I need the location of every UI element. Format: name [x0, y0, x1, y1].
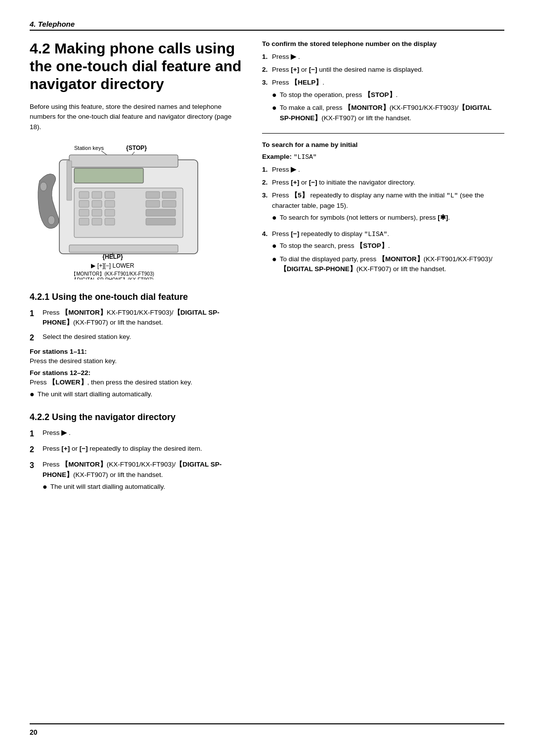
svg-rect-29: [69, 245, 178, 252]
search-step-3-text: Press 【5】 repeatedly to display any name…: [272, 190, 504, 226]
step-422-3: 3 Press 【MONITOR】(KX-FT901/KX-FT903)/【DI…: [30, 460, 242, 493]
search-step-4-num: 4.: [262, 229, 269, 278]
search-bullet-stop: ● To stop the search, press 【STOP】.: [272, 241, 504, 251]
step-422-num-3: 3: [30, 460, 39, 493]
svg-rect-19: [105, 218, 115, 225]
for-stations-1-11-text: Press the desired station key.: [30, 356, 242, 366]
fax-svg: Station keys {STOP}: [30, 141, 227, 280]
step-422-3-bullets: ● The unit will start dialling automatic…: [43, 482, 242, 492]
example-value: "LISA": [294, 153, 317, 161]
for-stations-1-11-label: For stations 1–11:: [30, 348, 242, 355]
step-421-1: 1 Press 【MONITOR】KX-FT901/KX-FT903)/【DIG…: [30, 308, 242, 328]
search-heading-text: To search for a name by initial: [262, 141, 357, 148]
svg-rect-5: [69, 155, 178, 167]
svg-rect-15: [92, 209, 102, 216]
search-step-3-num: 3.: [262, 190, 269, 226]
confirm-step-3-bullets: ● To stop the operation, press 【STOP】. ●…: [272, 90, 504, 123]
svg-rect-9: [92, 191, 102, 198]
step-content-1: Press 【MONITOR】KX-FT901/KX-FT903)/【DIGIT…: [43, 308, 242, 328]
search-step-1-num: 1.: [262, 165, 269, 175]
confirm-step-2-text: Press [+] or [−] until the desired name …: [272, 65, 423, 75]
right-column: To confirm the stored telephone number o…: [262, 40, 504, 497]
svg-rect-12: [92, 200, 102, 207]
svg-rect-26: [67, 161, 72, 200]
svg-rect-24: [146, 209, 176, 216]
svg-text:【MONITOR】(KX-FT901/KX-FT903): 【MONITOR】(KX-FT901/KX-FT903): [71, 271, 154, 277]
bullet-dot: ●: [30, 389, 35, 400]
svg-rect-6: [74, 168, 143, 183]
chapter-title: 4.2 Making phone calls using the one-tou…: [30, 40, 242, 93]
for-stations-12-22-text: Press 【LOWER】, then press the desired st…: [30, 378, 242, 387]
bullet-421-auto-dial: ● The unit will start dialling automatic…: [30, 389, 242, 400]
svg-text:Station keys: Station keys: [74, 145, 104, 151]
step-422-num-1: 1: [30, 428, 39, 440]
fax-illustration: Station keys {STOP}: [30, 141, 227, 280]
confirm-heading: To confirm the stored telephone number o…: [262, 40, 504, 49]
search-step-3: 3. Press 【5】 repeatedly to display any n…: [262, 190, 504, 226]
svg-rect-8: [79, 191, 89, 198]
example-label: Example:: [262, 153, 294, 160]
bullet-422-3-auto: ● The unit will start dialling automatic…: [43, 482, 242, 492]
step-422-content-3: Press 【MONITOR】(KX-FT901/KX-FT903)/【DIGI…: [43, 460, 242, 493]
left-column: 4.2 Making phone calls using the one-tou…: [30, 40, 242, 497]
search-step-2-num: 2.: [262, 178, 269, 188]
confirm-step-1-text: Press ▶ .: [272, 52, 300, 62]
svg-rect-10: [105, 191, 115, 198]
confirm-steps: 1. Press ▶ . 2. Press [+] or [−] until t…: [262, 52, 504, 126]
bullet-422-3-auto-text: The unit will start dialling automatical…: [50, 482, 165, 492]
confirm-bullet-call-text: To make a call, press 【MONITOR】(KX-FT901…: [280, 103, 504, 123]
search-bullet-symbols-text: To search for symbols (not letters or nu…: [280, 213, 450, 223]
mid-rule: [262, 133, 504, 134]
bullet-dot-422: ●: [43, 482, 47, 492]
svg-text:【DIGITAL SP-PHONE】(KX-FT907): 【DIGITAL SP-PHONE】(KX-FT907): [72, 277, 153, 280]
confirm-bullet-dot-2: ●: [272, 103, 277, 123]
svg-point-28: [48, 216, 55, 225]
confirm-step-1: 1. Press ▶ .: [262, 52, 504, 62]
svg-text:{STOP}: {STOP}: [126, 144, 147, 151]
confirm-bullet-dot-1: ●: [272, 90, 277, 100]
search-step-4-bullets: ● To stop the search, press 【STOP】. ● To…: [272, 241, 504, 274]
for-stations-12-22-label: For stations 12–22:: [30, 369, 242, 377]
svg-rect-21: [162, 191, 176, 198]
svg-rect-23: [162, 200, 176, 207]
search-bullet-dot-1: ●: [272, 213, 277, 223]
search-bullet-dot-2: ●: [272, 241, 277, 251]
step-421-2: 2 Select the desired station key.: [30, 332, 242, 344]
confirm-bullet-stop-text: To stop the operation, press 【STOP】.: [280, 90, 398, 100]
search-bullet-dot-3: ●: [272, 254, 277, 275]
search-bullet-dial-text: To dial the displayed party, press 【MONI…: [280, 254, 504, 275]
search-bullet-stop-text: To stop the search, press 【STOP】.: [280, 241, 390, 251]
confirm-bullet-stop: ● To stop the operation, press 【STOP】.: [272, 90, 504, 100]
svg-rect-16: [105, 209, 115, 216]
section-422-steps: 1 Press ▶ . 2 Press [+] or [−] repeatedl…: [30, 428, 242, 493]
search-bullet-symbols: ● To search for symbols (not letters or …: [272, 213, 504, 223]
search-bullet-dial: ● To dial the displayed party, press 【MO…: [272, 254, 504, 275]
confirm-heading-text: To confirm the stored telephone number o…: [262, 40, 437, 47]
section-421-bullets: ● The unit will start dialling automatic…: [30, 389, 242, 400]
bottom-area: 20: [30, 723, 504, 736]
section-421-heading: 4.2.1 Using the one-touch dial feature: [30, 291, 242, 303]
search-steps: 1. Press ▶ . 2. Press [+] or [−] to init…: [262, 165, 504, 278]
bullet-421-auto-dial-text: The unit will start dialling automatical…: [38, 389, 152, 400]
step-422-content-1: Press ▶ .: [43, 428, 242, 440]
section-422-heading: 4.2.2 Using the navigator directory: [30, 412, 242, 423]
confirm-step-3: 3. Press 【HELP】. ● To stop the operation…: [262, 78, 504, 126]
step-422-1: 1 Press ▶ .: [30, 428, 242, 440]
page: 4. Telephone 4.2 Making phone calls usin…: [0, 0, 534, 756]
search-step-4-text: Press [−] repeatedly to display "LISA". …: [272, 229, 504, 278]
page-number: 20: [30, 728, 504, 736]
svg-rect-17: [79, 218, 89, 225]
svg-rect-22: [146, 200, 160, 207]
svg-rect-11: [79, 200, 89, 207]
top-rule: [30, 30, 504, 31]
section-421-steps: 1 Press 【MONITOR】KX-FT901/KX-FT903)/【DIG…: [30, 308, 242, 344]
svg-rect-13: [105, 200, 115, 207]
search-step-3-bullets: ● To search for symbols (not letters or …: [272, 213, 504, 223]
bottom-rule: [30, 723, 504, 724]
confirm-step-3-text: Press 【HELP】. ● To stop the operation, p…: [272, 78, 504, 126]
svg-point-27: [40, 182, 47, 191]
search-step-4: 4. Press [−] repeatedly to display "LISA…: [262, 229, 504, 278]
svg-rect-25: [146, 218, 176, 225]
step-422-2: 2 Press [+] or [−] repeatedly to display…: [30, 444, 242, 456]
main-columns: 4.2 Making phone calls using the one-tou…: [30, 40, 504, 497]
